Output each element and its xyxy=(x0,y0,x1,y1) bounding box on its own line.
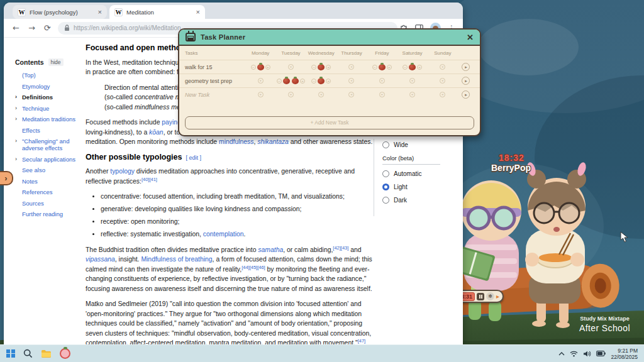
increment-icon[interactable]: + xyxy=(387,65,392,70)
toc-item[interactable]: Sources xyxy=(15,200,86,207)
toc-item[interactable]: ›"Challenging" and adverse effects xyxy=(15,138,86,151)
search-icon[interactable] xyxy=(23,349,33,358)
add-mark-icon[interactable]: + xyxy=(440,64,445,70)
toc-item[interactable]: References xyxy=(15,189,86,195)
color-option-light[interactable]: Light xyxy=(382,184,463,190)
toc-item[interactable]: Further reading xyxy=(15,211,86,217)
color-option-automatic[interactable]: Automatic xyxy=(382,170,463,177)
task-planner-window[interactable]: Task Planner ✕ TasksMondayTuesdayWednesd… xyxy=(178,28,481,136)
increment-icon[interactable]: + xyxy=(326,65,331,70)
chevron-icon[interactable]: › xyxy=(15,105,17,112)
row-action-button[interactable]: ▸ xyxy=(462,63,470,71)
add-mark-icon[interactable]: + xyxy=(318,92,324,97)
increment-icon[interactable]: + xyxy=(300,79,305,84)
day-cell[interactable]: + xyxy=(336,64,367,70)
decrement-icon[interactable]: − xyxy=(311,79,316,84)
add-mark-icon[interactable]: + xyxy=(348,92,354,97)
day-cell[interactable]: −+ xyxy=(275,78,306,84)
add-mark-icon[interactable]: + xyxy=(288,64,294,70)
increment-icon[interactable]: + xyxy=(326,79,331,84)
width-option-wide[interactable]: Wide xyxy=(382,141,463,148)
tray-clock[interactable]: 9:21 PM 22/08/2025 xyxy=(611,348,638,360)
wiki-link[interactable]: typology xyxy=(110,168,135,175)
reference-link[interactable]: [47] xyxy=(358,338,366,344)
side-panel-pull-handle[interactable]: › xyxy=(0,171,13,185)
toc-item[interactable]: Effects xyxy=(15,127,86,134)
chevron-icon[interactable]: › xyxy=(15,138,17,145)
add-mark-icon[interactable]: + xyxy=(258,92,264,97)
wifi-icon[interactable] xyxy=(570,351,578,357)
wiki-link[interactable]: Mindfulness of breathing xyxy=(141,256,212,263)
toc-item[interactable]: ›Meditation traditions xyxy=(15,116,86,123)
day-cell[interactable]: + xyxy=(245,78,275,84)
day-cell[interactable]: + xyxy=(428,78,458,84)
contents-hide-button[interactable]: hide xyxy=(48,58,64,66)
add-mark-icon[interactable]: + xyxy=(348,78,354,84)
wiki-link[interactable]: kōan xyxy=(149,129,164,136)
tab-close-icon[interactable]: × xyxy=(98,8,102,16)
add-mark-icon[interactable]: + xyxy=(379,92,385,97)
day-cell[interactable]: + xyxy=(428,92,458,97)
tab-flow-psychology[interactable]: W Flow (psychology) × xyxy=(13,5,107,19)
day-cell[interactable]: + xyxy=(275,64,306,70)
add-mark-icon[interactable]: + xyxy=(440,78,445,84)
wiki-link[interactable]: shikantaza xyxy=(257,138,289,145)
reload-icon[interactable]: ⟳ xyxy=(44,23,51,33)
chevron-icon[interactable]: › xyxy=(15,94,17,101)
tray-chevron-icon[interactable] xyxy=(558,352,565,356)
day-cell[interactable]: −+ xyxy=(306,78,336,84)
toc-item[interactable]: ›Definitions xyxy=(15,94,86,101)
radio-unselected[interactable] xyxy=(382,170,389,177)
file-explorer-icon[interactable] xyxy=(41,349,52,358)
toc-item[interactable]: ›Technique xyxy=(15,105,86,112)
task-name[interactable]: walk for 15 xyxy=(185,64,245,70)
add-new-task-button[interactable]: + Add New Task xyxy=(185,116,474,129)
start-button-icon[interactable] xyxy=(6,349,15,358)
day-cell[interactable]: + xyxy=(245,92,275,97)
edit-link[interactable]: [ edit ] xyxy=(186,155,202,161)
increment-icon[interactable]: + xyxy=(417,65,422,70)
row-action-button[interactable]: ▸ xyxy=(462,90,470,99)
wiki-link[interactable]: contemplation xyxy=(203,231,244,238)
day-cell[interactable]: + xyxy=(367,92,397,97)
day-cell[interactable]: + xyxy=(397,92,427,97)
tab-close-icon[interactable]: × xyxy=(196,8,200,16)
reference-link[interactable]: [42][43] xyxy=(333,244,348,250)
add-mark-icon[interactable]: + xyxy=(409,92,415,97)
player-next-icon[interactable]: ▸ xyxy=(496,293,499,300)
day-cell[interactable]: −+ xyxy=(245,64,275,70)
toc-item[interactable]: ›Secular applications xyxy=(15,156,86,163)
new-task-placeholder[interactable]: New Task xyxy=(185,92,245,98)
decrement-icon[interactable]: − xyxy=(251,65,256,70)
reference-link[interactable]: [44][45][46] xyxy=(242,264,265,270)
color-option-dark[interactable]: Dark xyxy=(382,197,463,204)
wiki-link[interactable]: mindfulness xyxy=(219,138,253,145)
day-cell[interactable]: + xyxy=(397,78,427,84)
wiki-link[interactable]: vipassana xyxy=(86,256,115,263)
day-cell[interactable]: + xyxy=(428,64,458,70)
tab-meditation[interactable]: W Meditation × xyxy=(109,5,205,19)
row-action-button[interactable]: ▸ xyxy=(462,77,470,85)
decrement-icon[interactable]: − xyxy=(311,65,316,70)
increment-icon[interactable]: + xyxy=(265,65,270,70)
close-icon[interactable]: ✕ xyxy=(467,33,474,42)
day-cell[interactable]: + xyxy=(275,92,306,97)
decrement-icon[interactable]: − xyxy=(402,65,408,70)
task-planner-titlebar[interactable]: Task Planner ✕ xyxy=(179,30,480,46)
chevron-icon[interactable]: › xyxy=(15,156,17,163)
day-cell[interactable]: + xyxy=(336,92,367,97)
add-mark-icon[interactable]: + xyxy=(348,64,354,70)
wiki-link[interactable]: samatha xyxy=(258,246,283,253)
day-cell[interactable]: −+ xyxy=(306,64,336,70)
task-name[interactable]: geometry test prep xyxy=(185,78,245,84)
decrement-icon[interactable]: − xyxy=(277,79,282,84)
decrement-icon[interactable]: − xyxy=(372,65,377,70)
toc-item[interactable]: Notes xyxy=(15,178,86,185)
add-mark-icon[interactable]: + xyxy=(409,78,415,84)
forward-icon[interactable]: → xyxy=(28,23,35,33)
day-cell[interactable]: −+ xyxy=(367,64,397,70)
add-mark-icon[interactable]: + xyxy=(258,78,264,84)
back-icon[interactable]: ← xyxy=(13,23,19,33)
day-cell[interactable]: + xyxy=(367,78,397,84)
reference-link[interactable]: [40][41] xyxy=(142,176,157,182)
